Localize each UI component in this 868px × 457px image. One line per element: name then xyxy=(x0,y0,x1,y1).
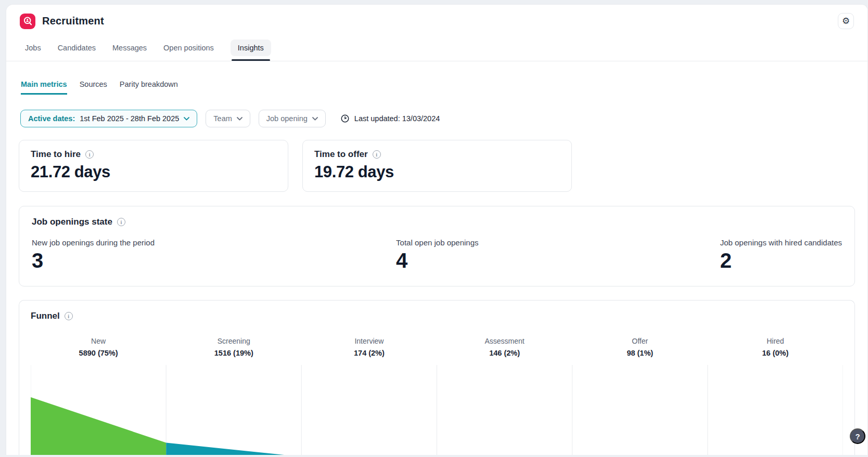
time-to-offer-card: Time to offer i 19.72 days xyxy=(302,140,572,192)
funnel-stage-label: Offer xyxy=(572,337,708,345)
funnel-stage-label: New xyxy=(31,337,166,345)
tab-messages[interactable]: Messages xyxy=(112,44,147,52)
stat-total-open-job-openings: Total open job openings 4 xyxy=(396,238,478,272)
funnel-stage-label: Assessment xyxy=(437,337,572,345)
main-panel: Recruitment ⚙ Jobs Candidates Messages O… xyxy=(6,4,868,457)
job-opening-filter-label: Job opening xyxy=(266,114,308,123)
viewport-bottom-strip xyxy=(0,455,868,457)
time-to-offer-value: 19.72 days xyxy=(314,163,560,181)
last-updated-text: Last updated: 13/03/2024 xyxy=(354,114,440,123)
subtab-sources[interactable]: Sources xyxy=(80,80,107,95)
stat-value: 3 xyxy=(32,249,155,272)
funnel-stage-count: 1516 (19%) xyxy=(166,349,301,357)
job-opening-filter[interactable]: Job opening xyxy=(259,110,326,127)
chevron-down-icon xyxy=(237,117,242,121)
clock-icon xyxy=(340,114,350,123)
funnel-stage-label: Hired xyxy=(708,337,843,345)
funnel-stage-offer: Offer 98 (1%) xyxy=(572,337,708,357)
info-icon[interactable]: i xyxy=(65,312,73,320)
app-viewport: Recruitment ⚙ Jobs Candidates Messages O… xyxy=(0,0,868,457)
funnel-chart xyxy=(31,365,843,456)
stat-job-openings-hired: Job openings with hired candidates 2 xyxy=(720,238,842,272)
tab-open-positions[interactable]: Open positions xyxy=(163,44,214,52)
active-dates-filter[interactable]: Active dates: 1st Feb 2025 - 28th Feb 20… xyxy=(20,110,197,127)
page-title: Recruitment xyxy=(42,15,104,27)
funnel-card: Funnel i New 5890 (75%) Screening 1516 (… xyxy=(19,300,855,457)
funnel-stage-screening: Screening 1516 (19%) xyxy=(166,337,301,357)
metric-cards-row: Time to hire i 21.72 days Time to offer … xyxy=(6,140,867,192)
stat-label: New job openings during the period xyxy=(32,238,155,247)
funnel-stage-count: 5890 (75%) xyxy=(31,349,166,357)
tab-candidates[interactable]: Candidates xyxy=(58,44,96,52)
settings-button[interactable]: ⚙ xyxy=(838,13,854,29)
info-icon[interactable]: i xyxy=(85,150,94,159)
stat-value: 4 xyxy=(396,249,478,272)
stat-label: Job openings with hired candidates xyxy=(720,238,842,247)
app-header: Recruitment ⚙ xyxy=(6,5,867,29)
tab-jobs[interactable]: Jobs xyxy=(25,44,41,52)
insights-subtabs: Main metrics Sources Parity breakdown xyxy=(6,80,867,95)
funnel-stage-count: 98 (1%) xyxy=(572,349,708,357)
last-updated: Last updated: 13/03/2024 xyxy=(340,114,440,123)
funnel-stage-new: New 5890 (75%) xyxy=(31,337,166,357)
stat-new-job-openings: New job openings during the period 3 xyxy=(32,238,155,272)
question-mark-icon: ? xyxy=(855,432,860,441)
gear-icon: ⚙ xyxy=(842,16,850,27)
time-to-offer-title: Time to offer xyxy=(314,149,368,160)
app-logo xyxy=(20,14,35,29)
info-icon[interactable]: i xyxy=(373,150,381,159)
funnel-stage-label: Screening xyxy=(166,337,301,345)
job-openings-state-title: Job openings state xyxy=(32,217,112,227)
primary-tab-bar: Jobs Candidates Messages Open positions … xyxy=(6,34,867,61)
filter-bar: Active dates: 1st Feb 2025 - 28th Feb 20… xyxy=(6,110,867,127)
funnel-stage-interview: Interview 174 (2%) xyxy=(301,337,437,357)
funnel-stage-hired: Hired 16 (0%) xyxy=(708,337,843,357)
funnel-stage-label: Interview xyxy=(301,337,437,345)
time-to-hire-value: 21.72 days xyxy=(31,163,276,181)
time-to-hire-title: Time to hire xyxy=(31,149,81,160)
funnel-stage-count: 146 (2%) xyxy=(437,349,572,357)
subtab-main-metrics[interactable]: Main metrics xyxy=(21,80,67,95)
time-to-hire-card: Time to hire i 21.72 days xyxy=(19,140,288,192)
team-filter-label: Team xyxy=(213,114,232,123)
chevron-down-icon xyxy=(184,117,189,121)
info-icon[interactable]: i xyxy=(117,218,125,226)
tab-insights[interactable]: Insights xyxy=(231,40,271,56)
funnel-stage-count: 174 (2%) xyxy=(301,349,437,357)
job-openings-state-card: Job openings state i New job openings du… xyxy=(19,206,855,286)
active-dates-value: 1st Feb 2025 - 28th Feb 2025 xyxy=(80,114,179,123)
subtab-parity-breakdown[interactable]: Parity breakdown xyxy=(120,80,178,95)
funnel-stage-headers: New 5890 (75%) Screening 1516 (19%) Inte… xyxy=(31,337,843,357)
help-button[interactable]: ? xyxy=(850,428,865,444)
chevron-down-icon xyxy=(312,117,318,121)
funnel-stage-assessment: Assessment 146 (2%) xyxy=(437,337,572,357)
funnel-chart-svg xyxy=(31,365,843,456)
team-filter[interactable]: Team xyxy=(206,110,250,127)
funnel-stage-count: 16 (0%) xyxy=(708,349,843,357)
stat-label: Total open job openings xyxy=(396,238,478,247)
funnel-title: Funnel xyxy=(31,311,60,321)
active-dates-label: Active dates: xyxy=(28,114,75,123)
person-search-icon xyxy=(23,16,33,26)
stat-value: 2 xyxy=(720,249,842,272)
